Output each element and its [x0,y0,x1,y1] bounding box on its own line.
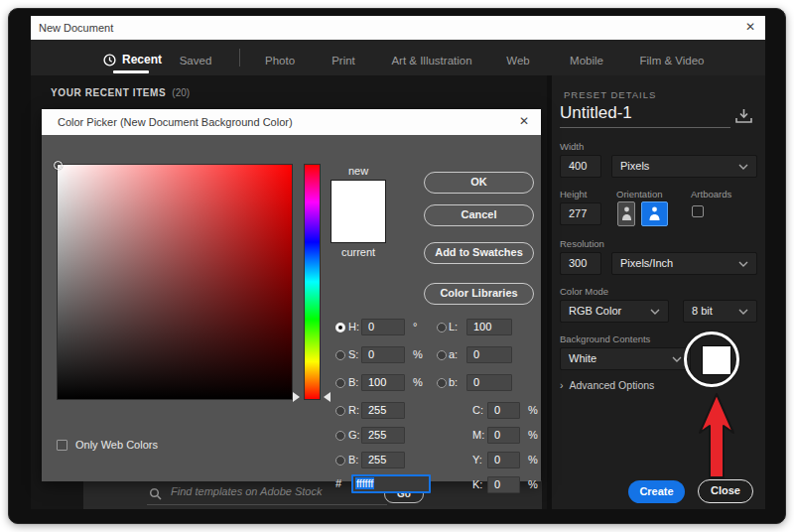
only-web-colors-option[interactable]: Only Web Colors [57,439,158,451]
close-button[interactable]: Close [698,479,753,503]
advanced-options-label: Advanced Options [570,379,655,391]
blue-input[interactable]: 255 [361,452,405,468]
only-web-colors-checkbox[interactable] [57,440,67,451]
height-label: Height [560,189,587,200]
recent-items-count: (20) [172,87,190,98]
lab-a-input[interactable]: 0 [466,346,512,363]
saturation-unit: % [413,348,423,360]
artboards-checkbox[interactable] [692,205,704,217]
width-input[interactable]: 400 [560,155,601,178]
ok-button[interactable]: OK [424,172,534,194]
red-input[interactable]: 255 [361,402,405,419]
orientation-label: Orientation [616,189,662,200]
lab-a-label: a: [449,348,458,360]
color-picker-body: new current OK Cancel Add to Swatches Co… [42,135,541,481]
lab-b-input[interactable]: 0 [466,374,512,391]
yellow-unit: % [528,454,538,466]
search-icon [149,487,163,501]
artboards-label: Artboards [691,189,731,200]
document-name-field[interactable]: Untitled-1 [560,103,730,128]
blue-radio[interactable] [335,456,345,466]
preset-details-header: PRESET DETAILS [564,89,656,100]
color-selection-marker[interactable] [54,161,63,170]
brightness-label: B: [348,376,358,388]
lab-a-radio[interactable] [437,350,447,360]
tab-web[interactable]: Web [506,55,529,66]
hue-slider-handle-right[interactable] [324,392,331,402]
magenta-input[interactable]: 0 [487,427,520,444]
cyan-input[interactable]: 0 [487,402,520,419]
blue-label: B: [348,454,358,466]
brightness-unit: % [413,376,423,388]
hue-radio[interactable] [335,323,345,332]
brightness-radio[interactable] [335,378,345,388]
screenshot-root: New Document ✕ Recent Saved Photo Print … [0,0,794,532]
add-to-swatches-button[interactable]: Add to Swatches [424,242,534,264]
background-contents-label: Background Contents [560,333,650,344]
tab-film-video[interactable]: Film & Video [640,55,705,66]
background-contents-dropdown[interactable]: White [560,347,691,370]
height-input[interactable]: 277 [560,202,601,225]
width-label: Width [560,141,584,152]
window-close-icon[interactable]: ✕ [745,20,755,34]
red-radio[interactable] [335,406,345,416]
new-color-label: new [331,165,386,177]
saturation-radio[interactable] [335,350,345,360]
tab-saved[interactable]: Saved [180,55,212,66]
resolution-unit-dropdown[interactable]: Pixels/Inch [611,252,757,275]
cyan-label: C: [472,404,483,416]
green-input[interactable]: 255 [361,427,405,444]
tab-mobile[interactable]: Mobile [570,55,603,66]
tab-art-illustration[interactable]: Art & Illustration [391,55,471,66]
only-web-colors-label: Only Web Colors [75,439,158,451]
orientation-portrait-icon[interactable] [617,201,635,226]
color-libraries-button[interactable]: Color Libraries [424,283,534,305]
cancel-button[interactable]: Cancel [424,204,534,226]
lab-l-label: L: [449,321,458,332]
chevron-down-icon [738,164,748,170]
hue-slider[interactable] [304,164,321,400]
brightness-input[interactable]: 100 [361,374,405,391]
yellow-label: Y: [472,454,482,466]
tab-photo[interactable]: Photo [265,55,295,66]
green-radio[interactable] [335,431,345,441]
advanced-options-toggle[interactable]: ›Advanced Options [560,379,654,391]
color-picker-title: Color Picker (New Document Background Co… [42,116,293,128]
save-preset-icon[interactable] [734,108,753,125]
color-mode-label: Color Mode [560,286,608,297]
lab-b-radio[interactable] [437,378,447,388]
chevron-down-icon [650,309,660,315]
color-mode-dropdown[interactable]: RGB Color [560,300,669,323]
clock-icon [103,54,116,66]
hex-input[interactable]: ffffff [351,474,431,493]
width-unit-value: Pixels [620,160,649,172]
red-label: R: [348,404,359,416]
saturation-brightness-field[interactable] [57,164,293,400]
color-picker-titlebar: Color Picker (New Document Background Co… [42,109,541,135]
lab-l-input[interactable]: 100 [466,319,512,335]
bit-depth-dropdown[interactable]: 8 bit [683,300,757,323]
window-titlebar: New Document ✕ [31,16,765,40]
hex-value: ffffff [355,477,374,489]
tab-divider [239,49,240,66]
chevron-right-icon: › [560,379,564,391]
color-mode-value: RGB Color [569,305,621,317]
orientation-landscape-icon[interactable] [641,201,668,226]
category-tabbar: Recent Saved Photo Print Art & Illustrat… [31,40,765,75]
black-input[interactable]: 0 [487,476,520,493]
resolution-input[interactable]: 300 [560,252,601,275]
hue-slider-handle-left[interactable] [293,392,300,402]
black-unit: % [528,478,538,490]
active-tab-underline [113,70,149,73]
saturation-input[interactable]: 0 [361,346,405,363]
tab-recent[interactable]: Recent [103,53,162,66]
color-picker-close-icon[interactable]: ✕ [519,114,529,128]
hue-unit: ° [413,321,417,332]
hue-input[interactable]: 0 [361,319,405,335]
create-button[interactable]: Create [628,480,685,503]
tab-print[interactable]: Print [331,55,355,66]
lab-l-radio[interactable] [437,323,447,332]
yellow-input[interactable]: 0 [487,452,520,468]
width-unit-dropdown[interactable]: Pixels [611,155,757,178]
background-contents-value: White [569,352,596,364]
